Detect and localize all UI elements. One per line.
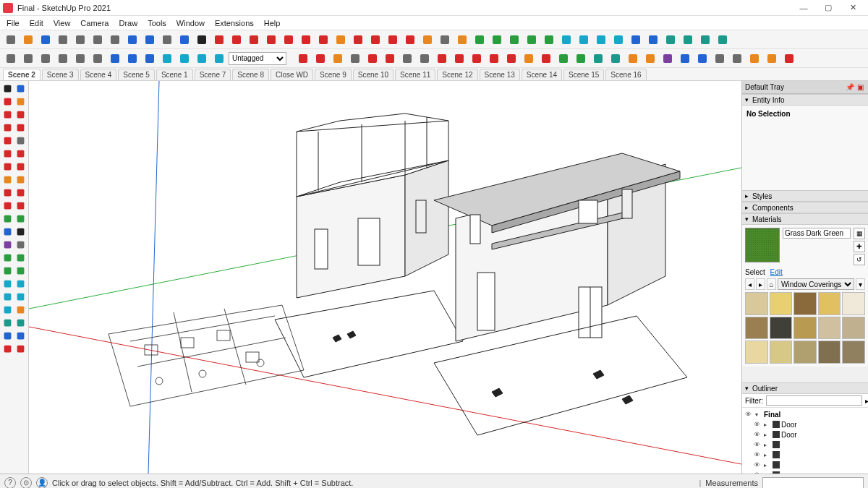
paint-bucket-icon[interactable] — [14, 95, 27, 108]
open-file-icon[interactable] — [20, 32, 36, 48]
ext2-icon[interactable] — [312, 51, 328, 67]
outliner-menu-icon[interactable]: ▸ — [865, 397, 868, 405]
material-category-select[interactable]: Window Coverings — [778, 278, 854, 290]
display-pane-icon[interactable]: ▦ — [854, 228, 865, 239]
tape-icon[interactable] — [420, 32, 435, 48]
menu-edit[interactable]: Edit — [25, 17, 48, 29]
tag-select[interactable]: Untagged — [229, 52, 286, 65]
tray-close-icon[interactable]: ▣ — [855, 83, 865, 91]
select-icon[interactable] — [194, 32, 210, 48]
material-swatch[interactable] — [770, 341, 793, 364]
scene-tab[interactable]: Scene 5 — [118, 69, 155, 80]
ext20-icon[interactable] — [625, 51, 641, 67]
style2-icon[interactable] — [176, 51, 192, 67]
two-point-icon[interactable] — [142, 51, 158, 67]
ext21-icon[interactable] — [642, 51, 658, 67]
dimension-icon[interactable] — [1, 226, 14, 238]
text-tool-icon[interactable] — [14, 226, 27, 238]
menu-camera[interactable]: Camera — [75, 17, 114, 29]
wireframe-icon[interactable] — [663, 32, 678, 48]
components-header[interactable]: ▸Components — [742, 202, 868, 213]
circle-tool-icon[interactable] — [1, 134, 14, 147]
ext9-icon[interactable] — [434, 51, 450, 67]
zoom-ext-tool-icon[interactable] — [14, 265, 27, 277]
entity-info-header[interactable]: ▾Entity Info — [742, 94, 868, 106]
material-swatch[interactable] — [770, 292, 793, 315]
3pt-arc-icon[interactable] — [1, 160, 14, 173]
prev-icon[interactable] — [1, 278, 14, 290]
ext15-icon[interactable] — [538, 51, 554, 67]
scene-tab[interactable]: Scene 3 — [42, 69, 79, 80]
forward-icon[interactable]: ▸ — [756, 278, 765, 290]
ext1-icon[interactable] — [295, 51, 311, 67]
xray-icon[interactable] — [715, 32, 731, 48]
solid2-icon[interactable] — [14, 330, 27, 342]
scene-tab[interactable]: Scene 7 — [195, 69, 231, 80]
position-cam-icon[interactable] — [1, 291, 14, 303]
menu-help[interactable]: Help — [259, 17, 286, 29]
shaded-icon[interactable] — [697, 32, 713, 48]
copy-icon[interactable] — [72, 32, 88, 48]
scene-tab[interactable]: Scene 4 — [80, 69, 117, 80]
pan-tool-icon[interactable] — [14, 252, 27, 264]
delete-icon[interactable] — [107, 32, 123, 48]
rotated-rect-icon[interactable] — [14, 121, 27, 134]
perspective-icon[interactable] — [107, 51, 123, 67]
left-icon[interactable] — [90, 51, 106, 67]
ext4-icon[interactable] — [347, 51, 363, 67]
print-icon[interactable] — [159, 32, 175, 48]
scene-tab[interactable]: Scene 8 — [232, 69, 269, 80]
ext27-icon[interactable] — [746, 51, 762, 67]
outliner-item[interactable]: 👁▸ — [745, 450, 865, 460]
iso-icon[interactable] — [3, 51, 19, 67]
materials-header[interactable]: ▾Materials — [742, 213, 868, 225]
ext19-icon[interactable] — [608, 51, 624, 67]
eraser-icon[interactable] — [211, 32, 227, 48]
scene-tab[interactable]: Scene 16 — [605, 69, 646, 80]
outliner-root[interactable]: 👁▾Final — [745, 409, 865, 419]
material-swatch[interactable] — [793, 317, 817, 340]
look-around-icon[interactable] — [593, 32, 609, 48]
ext7-icon[interactable] — [399, 51, 415, 67]
pan-icon[interactable] — [489, 32, 505, 48]
outliner-item[interactable]: 👁▸Door — [745, 419, 865, 429]
menu-extensions[interactable]: Extensions — [210, 17, 259, 29]
scene-tab[interactable]: Scene 1 — [156, 69, 193, 80]
tray-pin-icon[interactable]: 📌 — [845, 83, 855, 91]
materials-edit-tab[interactable]: Edit — [770, 268, 783, 276]
ext28-icon[interactable] — [764, 51, 780, 67]
ext23-icon[interactable] — [677, 51, 693, 67]
scene-tab[interactable]: Scene 2 — [3, 69, 41, 80]
ext22-icon[interactable] — [660, 51, 676, 67]
zoom-window-icon[interactable] — [541, 32, 557, 48]
solid3-icon[interactable] — [1, 343, 14, 355]
parallel-icon[interactable] — [124, 51, 140, 67]
material-swatch[interactable] — [745, 292, 768, 315]
front-icon[interactable] — [38, 51, 54, 67]
arc-tool-icon[interactable] — [1, 147, 14, 160]
ext3-icon[interactable] — [330, 51, 346, 67]
lasso-icon[interactable] — [14, 82, 27, 95]
scene-tab[interactable]: Close WD — [271, 69, 313, 80]
save-icon[interactable] — [38, 32, 54, 48]
material-swatch[interactable] — [745, 341, 768, 364]
position-camera-icon[interactable] — [558, 32, 574, 48]
scene-tab[interactable]: Scene 14 — [522, 69, 562, 80]
solid4-icon[interactable] — [14, 343, 27, 355]
tray-header[interactable]: Default Tray 📌 ▣ — [742, 81, 868, 94]
circle-icon[interactable] — [298, 32, 314, 48]
material-swatch[interactable] — [745, 317, 768, 340]
3d-viewport[interactable] — [29, 81, 741, 474]
ext17-icon[interactable] — [573, 51, 589, 67]
polygon-tool-icon[interactable] — [14, 134, 27, 147]
create-material-icon[interactable]: ✚ — [854, 241, 865, 252]
select-tool-icon[interactable] — [1, 82, 14, 95]
paint-icon[interactable] — [454, 32, 470, 48]
sandbox1-icon[interactable] — [1, 317, 14, 329]
outliner-header[interactable]: ▾Outliner — [742, 382, 868, 394]
ext13-icon[interactable] — [503, 51, 519, 67]
ext29-icon[interactable] — [781, 51, 797, 67]
rotate-tool-icon[interactable] — [14, 187, 27, 199]
ext18-icon[interactable] — [590, 51, 606, 67]
tape-tool-icon[interactable] — [1, 213, 14, 225]
